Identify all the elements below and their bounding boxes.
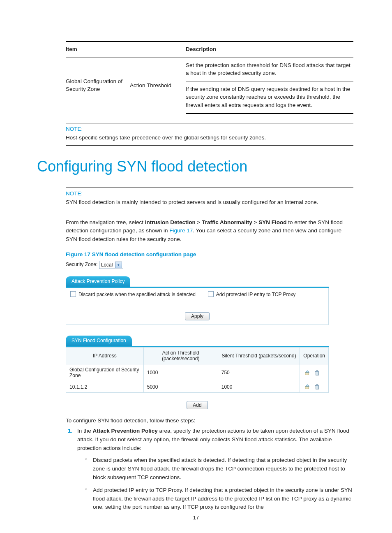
text-bold: Attack Prevention Policy: [93, 428, 158, 434]
steps-intro: To configure SYN flood detection, follow…: [66, 417, 355, 424]
checkbox-label: Discard packets when the specified attac…: [78, 292, 196, 297]
th-silent-threshold: Silent Threshold (packets/second): [218, 348, 300, 364]
svg-rect-7: [316, 386, 318, 389]
nav-syn-flood: SYN Flood: [258, 219, 286, 225]
def-desc-2: If the sending rate of DNS query request…: [186, 81, 353, 114]
tab-attack-prevention-policy[interactable]: Attack Prevention Policy: [66, 276, 130, 287]
note-label: NOTE:: [66, 190, 353, 197]
th-description: Description: [186, 42, 353, 58]
def-subitem: Action Threshold: [130, 58, 186, 114]
intro-paragraph: From the navigation tree, select Intrusi…: [66, 218, 353, 244]
figure-caption: Figure 17 SYN flood detection configurat…: [66, 251, 355, 257]
syn-flood-config-table: IP Address Action Threshold (packets/sec…: [66, 347, 329, 393]
th-operation: Operation: [300, 348, 329, 364]
nav-traffic-abnormality: Traffic Abnormality: [202, 219, 252, 225]
cell-action: 5000: [143, 381, 218, 393]
note-text: Host-specific settings take precedence o…: [66, 134, 353, 142]
figure-link[interactable]: Figure 17: [169, 227, 193, 234]
step-1: In the Attack Prevention Policy area, sp…: [74, 427, 353, 512]
note-block-2: NOTE: SYN flood detection is mainly inte…: [66, 188, 353, 210]
cell-action: 1000: [143, 364, 218, 381]
chevron-down-icon[interactable]: ▾: [115, 262, 122, 268]
embedded-screenshot: Security Zone: Local ▾ Attack Prevention…: [66, 261, 329, 409]
table-row: 10.1.1.2 5000 1000: [66, 381, 329, 393]
edit-icon[interactable]: [304, 384, 310, 390]
checkbox-label: Add protected IP entry to TCP Proxy: [216, 292, 295, 297]
security-zone-value: Local: [101, 262, 113, 268]
svg-marker-1: [306, 371, 309, 372]
svg-rect-5: [305, 386, 309, 389]
edit-icon[interactable]: [304, 370, 310, 376]
trash-icon[interactable]: [314, 384, 320, 390]
svg-rect-4: [316, 371, 318, 371]
th-ip: IP Address: [66, 348, 144, 364]
svg-rect-2: [316, 372, 318, 375]
step-1-sub-2: Add protected IP entry to TCP Proxy. If …: [85, 486, 353, 512]
security-zone-select[interactable]: Local ▾: [99, 261, 124, 269]
tab-syn-flood-configuration[interactable]: SYN Flood Configuration: [66, 336, 132, 346]
text: >: [196, 219, 202, 225]
text: In the: [77, 428, 93, 434]
policy-options: Discard packets when the specified attac…: [66, 288, 329, 325]
checkbox-add-tcp-proxy[interactable]: Add protected IP entry to TCP Proxy: [208, 291, 295, 297]
nav-intrusion-detection: Intrusion Detection: [145, 219, 196, 225]
th-action-threshold: Action Threshold (packets/second): [143, 348, 218, 364]
apply-button[interactable]: Apply: [185, 312, 210, 320]
security-zone-label: Security Zone:: [66, 262, 97, 267]
th-item: Item: [66, 42, 186, 58]
note-text: SYN flood detection is mainly intended t…: [66, 198, 353, 206]
svg-rect-0: [305, 372, 309, 375]
def-desc-1: Set the protection action threshold for …: [186, 58, 353, 81]
text: From the navigation tree, select: [66, 219, 145, 225]
text: >: [252, 219, 258, 225]
cell-ip: 10.1.1.2: [66, 381, 144, 393]
note-label: NOTE:: [66, 126, 353, 132]
cell-silent: 1000: [218, 381, 300, 393]
cell-ip: Global Configuration of Security Zone: [66, 364, 144, 381]
checkbox-icon[interactable]: [70, 291, 76, 297]
svg-rect-9: [316, 385, 318, 385]
checkbox-icon[interactable]: [208, 291, 214, 297]
cell-silent: 750: [218, 364, 300, 381]
svg-marker-6: [306, 385, 309, 386]
add-button[interactable]: Add: [187, 401, 208, 409]
table-row: Global Configuration of Security Zone 10…: [66, 364, 329, 381]
trash-icon[interactable]: [314, 370, 320, 376]
note-block-1: NOTE: Host-specific settings take preced…: [66, 123, 353, 146]
step-1-sub-1: Discard packets when the specified attac…: [85, 456, 353, 482]
definition-table: Item Description Global Configuration of…: [66, 41, 353, 114]
checkbox-discard-packets[interactable]: Discard packets when the specified attac…: [70, 291, 196, 297]
def-item: Global Configuration of Security Zone: [66, 58, 130, 114]
page-number: 17: [0, 514, 392, 521]
page-title: Configuring SYN flood detection: [37, 158, 355, 175]
